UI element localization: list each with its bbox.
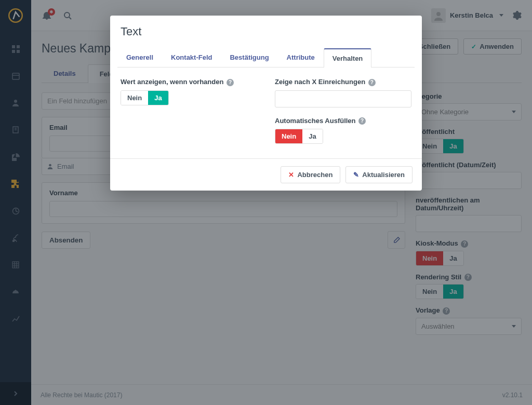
help-icon[interactable]: ?: [227, 79, 234, 86]
wert-label: Wert anzeigen, wenn vorhanden ?: [121, 78, 257, 86]
update-button[interactable]: ✎Aktualisieren: [345, 166, 413, 183]
pencil-icon: ✎: [353, 171, 359, 179]
modal-title: Text: [121, 25, 411, 38]
help-icon[interactable]: ?: [368, 79, 376, 86]
modal-tabs: Generell Kontakt-Feld Bestätigung Attrib…: [117, 48, 415, 68]
modal-tab-verhalten[interactable]: Verhalten: [324, 48, 372, 68]
modal-tab-generell[interactable]: Generell: [117, 48, 162, 67]
wert-toggle[interactable]: NeinJa: [121, 90, 169, 105]
cancel-button[interactable]: ✕Abbrechen: [281, 166, 340, 183]
modal-tab-bestaetigung[interactable]: Bestätigung: [221, 48, 277, 67]
modal: Text Generell Kontakt-Feld Bestätigung A…: [110, 16, 422, 191]
zeige-input[interactable]: [275, 90, 411, 107]
help-icon[interactable]: ?: [358, 117, 366, 125]
modal-tab-kontakt[interactable]: Kontakt-Feld: [162, 48, 221, 67]
zeige-label: Zeige nach X Einreichungen ?: [275, 78, 411, 86]
auto-toggle[interactable]: NeinJa: [275, 129, 323, 144]
modal-tab-attribute[interactable]: Attribute: [278, 48, 324, 67]
modal-overlay[interactable]: Text Generell Kontakt-Feld Bestätigung A…: [0, 0, 532, 405]
auto-label: Automatisches Ausfüllen ?: [275, 117, 411, 125]
close-icon: ✕: [288, 171, 294, 179]
